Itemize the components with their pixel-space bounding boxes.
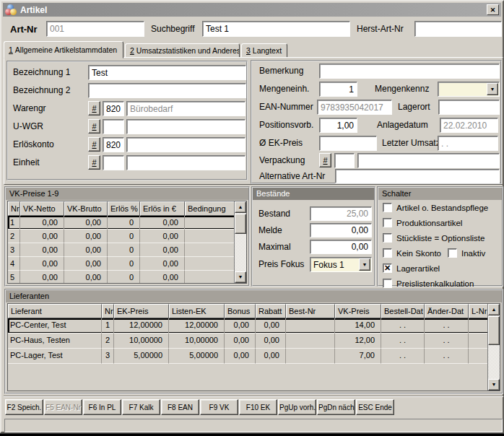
bemerkung-label: Bemerkung <box>259 66 303 76</box>
ek-preis-input[interactable] <box>319 136 377 151</box>
positionsvorb-label: Positionsvorb. <box>259 120 313 130</box>
checkbox-kein-skonto[interactable]: Kein Skonto <box>383 248 441 258</box>
einheit-label: Einheit <box>13 157 40 167</box>
lagerort-input[interactable] <box>438 100 500 115</box>
alternative-art-nr-input[interactable] <box>335 169 500 183</box>
stammdaten-groupbox: Bezeichnung 1 Bezeichnung 2 Warengr # U-… <box>6 61 248 180</box>
f5-ean-nr-button: F5 EAN-Nr <box>44 399 82 415</box>
lieferanten-header-row: Lieferant Nr EK-Preis Listen-EK Bonus Ra… <box>8 304 489 318</box>
scroll-up-icon[interactable]: ▲ <box>488 304 500 315</box>
erloeskonto-name-field[interactable] <box>126 137 246 152</box>
uwgr-name-field[interactable] <box>126 119 246 134</box>
mengeneinh-input[interactable] <box>319 82 357 97</box>
scroll-up-icon[interactable]: ▲ <box>235 201 246 213</box>
schalter-title: Schalter <box>378 188 502 200</box>
ean-nummer-input[interactable] <box>317 100 392 115</box>
close-icon[interactable]: ✕ <box>487 4 499 15</box>
vk-row[interactable]: 5 0,00 0,00 0 0,00 <box>8 271 235 284</box>
bezeichnung1-input[interactable] <box>88 65 246 80</box>
erloeskonto-code-input[interactable] <box>103 137 124 152</box>
tab-allgemeine-artikelstammdaten[interactable]: 1Allgemeine Artikelstammdaten <box>4 41 123 58</box>
chevron-down-icon[interactable]: ▼ <box>487 83 498 95</box>
lieferant-row[interactable]: PC-Lager, Test 3 5,00000 5,00000 0,00 0,… <box>8 349 489 364</box>
warengr-code-input[interactable] <box>103 101 124 116</box>
bestand-input[interactable] <box>310 206 372 221</box>
ean-nummer-label: EAN-Nummer <box>259 102 313 112</box>
lieferanten-scrollbar[interactable]: ▲ ▼ <box>487 304 500 391</box>
scrollbar-thumb[interactable] <box>488 316 500 345</box>
pgdn-naechster-button[interactable]: PgDn näch. <box>317 399 355 415</box>
details-groupbox: Bemerkung Mengeneinh. Mengenkennz ▼ EAN-… <box>251 60 502 184</box>
herst-art-nr-input[interactable] <box>414 21 502 37</box>
button-strip-divider <box>4 396 503 397</box>
checkbox-icon[interactable] <box>383 218 392 227</box>
f6-in-pl-button[interactable]: F6 In PL <box>83 399 121 415</box>
vk-row[interactable]: 2 0,00 0,00 0 0,00 <box>8 230 235 243</box>
lieferanten-panel: Lieferanten Lieferant Nr EK-Preis Listen… <box>4 289 503 394</box>
checkbox-icon[interactable] <box>383 248 392 258</box>
tab-langtext[interactable]: 3Langtext <box>241 43 287 58</box>
vk-row[interactable]: 1 0,00 0,00 0 0,00 <box>8 216 235 230</box>
f8-ean-button[interactable]: F8 EAN <box>161 399 199 415</box>
anlagedatum-label: Anlagedatum <box>377 120 428 130</box>
positionsvorb-input[interactable] <box>319 118 357 133</box>
vk-row[interactable]: 4 0,00 0,00 0 0,00 <box>8 257 235 271</box>
f10-ek-button[interactable]: F10 EK <box>239 399 277 415</box>
uwgr-lookup-button[interactable]: # <box>88 119 100 134</box>
vk-scrollbar[interactable]: ▲ ▼ <box>234 201 246 283</box>
esc-ende-button[interactable]: ESC Ende <box>356 399 394 415</box>
bezeichnung2-label: Bezeichnung 2 <box>13 85 70 95</box>
mengenkennz-dropdown[interactable]: ▼ <box>438 82 500 97</box>
verpackung-lookup-button[interactable]: # <box>319 153 331 167</box>
checkbox-stueckliste-optionsliste[interactable]: Stückliste = Optionsliste <box>383 233 485 243</box>
window-title: Artikel <box>20 5 47 15</box>
pgup-vorheriger-button[interactable]: PgUp vorh. <box>278 399 316 415</box>
lieferant-row[interactable]: PC-Haus, Testen 2 10,00000 10,00000 0,00… <box>8 333 489 349</box>
titlebar: Artikel ✕ <box>3 3 501 17</box>
scrollbar-thumb[interactable] <box>235 214 246 234</box>
verpackung-code-input[interactable] <box>334 153 355 168</box>
erloeskonto-lookup-button[interactable]: # <box>88 137 100 152</box>
bezeichnung2-input[interactable] <box>88 83 246 98</box>
checkbox-inaktiv[interactable]: Inaktiv <box>448 248 485 258</box>
f9-vk-button[interactable]: F9 VK <box>200 399 238 415</box>
letzter-umsatz-input[interactable] <box>438 136 498 151</box>
tab-umsatzstatistiken[interactable]: 2Umsatzstatistiken und Anderes <box>125 43 240 58</box>
ek-preis-label: Ø EK-Preis <box>259 138 303 148</box>
scroll-down-icon[interactable]: ▼ <box>235 271 246 283</box>
einheit-name-field[interactable] <box>126 155 246 170</box>
checkbox-icon[interactable] <box>383 233 392 243</box>
checkbox-icon[interactable] <box>448 248 457 258</box>
checkbox-produktionsartikel[interactable]: Produktionsartikel <box>383 218 462 227</box>
checkbox-checked-icon[interactable]: ✕ <box>383 263 392 273</box>
uwgr-code-input[interactable] <box>103 119 124 134</box>
scroll-down-icon[interactable]: ▼ <box>488 379 500 391</box>
anlagedatum-input[interactable] <box>440 118 498 133</box>
schalter-panel: Schalter Artikel o. Bestandspflege Produ… <box>377 186 503 287</box>
letzter-umsatz-label: Letzter Umsatz <box>382 138 440 148</box>
suchbegriff-label: Suchbegriff <box>151 24 195 34</box>
einheit-code-input[interactable] <box>103 155 124 170</box>
warengr-name-field[interactable] <box>126 101 246 116</box>
warengr-lookup-button[interactable]: # <box>88 101 100 115</box>
bemerkung-input[interactable] <box>319 64 500 79</box>
checkbox-icon[interactable] <box>383 203 392 212</box>
checkbox-icon[interactable] <box>383 279 392 288</box>
art-nr-input[interactable] <box>46 21 144 37</box>
melde-input[interactable] <box>310 223 372 237</box>
vk-row[interactable]: 3 0,00 0,00 0 0,00 <box>8 243 235 257</box>
f7-kalk-button[interactable]: F7 Kalk <box>122 399 160 415</box>
einheit-lookup-button[interactable]: # <box>88 155 100 170</box>
f2-speichern-button[interactable]: F2 Speich. <box>5 399 43 415</box>
checkbox-lagerartikel[interactable]: ✕ Lagerartikel <box>383 263 440 273</box>
suchbegriff-input[interactable] <box>202 21 350 37</box>
checkbox-preislistenkalkulation[interactable]: Preislistenkalkulation <box>383 279 474 288</box>
warengr-label: Warengr <box>13 103 46 113</box>
verpackung-name-field[interactable] <box>357 153 500 168</box>
checkbox-artikel-o-bestandspflege[interactable]: Artikel o. Bestandspflege <box>383 203 488 212</box>
maximal-input[interactable] <box>310 240 372 254</box>
vk-header-row: Nr VK-Netto VK-Brutto Erlös % Erlös in €… <box>8 201 246 216</box>
lieferant-row[interactable]: PC-Center, Test 1 12,00000 12,00000 0,00… <box>8 318 489 333</box>
chevron-down-icon[interactable]: ▼ <box>359 258 370 271</box>
preis-fokus-dropdown[interactable]: Fokus 1 ▼ <box>310 257 372 272</box>
